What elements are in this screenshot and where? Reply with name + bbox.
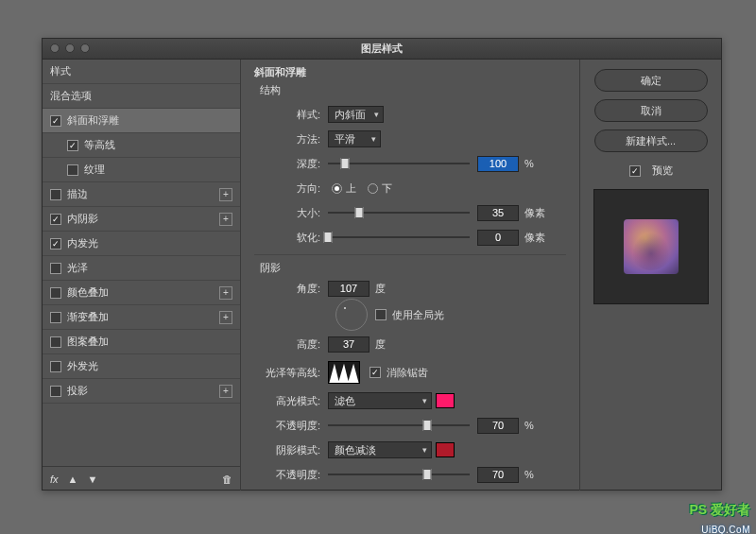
blend-options[interactable]: 混合选项 [43, 84, 240, 109]
angle-input[interactable]: 107 [328, 281, 369, 297]
checkbox[interactable] [50, 214, 61, 225]
layer-style-dialog: 图层样式 样式 混合选项 斜面和浮雕 等高线 纹理 描边+ 内阴影+ 内发光 光… [42, 38, 722, 491]
altitude-input[interactable]: 37 [328, 336, 369, 353]
soften-input[interactable]: 0 [477, 230, 519, 246]
shading-label: 阴影 [260, 261, 566, 275]
size-slider[interactable] [328, 206, 470, 219]
effect-bevel-emboss[interactable]: 斜面和浮雕 [43, 109, 240, 133]
soften-slider[interactable] [328, 231, 470, 244]
checkbox[interactable] [50, 386, 61, 397]
highlight-opacity-slider[interactable] [328, 419, 470, 432]
highlight-mode-select[interactable]: 滤色 [328, 392, 432, 409]
effect-outer-glow[interactable]: 外发光 [43, 354, 240, 379]
checkbox[interactable] [50, 312, 61, 323]
checkbox[interactable] [50, 115, 61, 127]
add-icon[interactable]: + [219, 385, 232, 398]
effect-gradient-overlay[interactable]: 渐变叠加+ [43, 305, 240, 330]
effect-satin[interactable]: 光泽 [43, 256, 240, 281]
effect-texture[interactable]: 纹理 [43, 158, 240, 182]
technique-select[interactable]: 平滑 [328, 130, 381, 147]
depth-slider[interactable] [328, 157, 470, 170]
add-icon[interactable]: + [219, 213, 232, 226]
arrow-up-icon[interactable]: ▲ [68, 474, 78, 485]
add-icon[interactable]: + [219, 311, 232, 324]
effects-sidebar: 样式 混合选项 斜面和浮雕 等高线 纹理 描边+ 内阴影+ 内发光 光泽 颜色叠… [43, 60, 241, 491]
direction-up-radio[interactable] [332, 183, 342, 194]
effect-drop-shadow[interactable]: 投影+ [43, 379, 240, 404]
shadow-opacity-input[interactable]: 70 [477, 467, 519, 483]
gloss-contour-picker[interactable] [328, 361, 360, 384]
ok-button[interactable]: 确定 [594, 69, 708, 92]
effect-inner-glow[interactable]: 内发光 [43, 232, 240, 256]
direction-down-radio[interactable] [368, 183, 378, 194]
global-light-checkbox[interactable] [375, 309, 387, 320]
watermark-url: UiBQ.CoM [701, 525, 750, 534]
shadow-opacity-slider[interactable] [328, 468, 470, 481]
arrow-down-icon[interactable]: ▼ [87, 474, 97, 485]
highlight-opacity-input[interactable]: 70 [477, 418, 519, 434]
checkbox[interactable] [67, 164, 78, 176]
add-icon[interactable]: + [219, 188, 232, 201]
titlebar: 图层样式 [43, 39, 721, 60]
cancel-button[interactable]: 取消 [594, 99, 708, 122]
effect-color-overlay[interactable]: 颜色叠加+ [43, 281, 240, 305]
effect-inner-shadow[interactable]: 内阴影+ [43, 207, 240, 232]
watermark-text: PS 爱好者 [689, 502, 750, 519]
shadow-color-swatch[interactable] [436, 442, 455, 457]
settings-panel: 斜面和浮雕 结构 样式:内斜面 方法:平滑 深度:100% 方向:上下 大小:3… [241, 60, 579, 491]
checkbox[interactable] [50, 287, 61, 299]
dialog-title: 图层样式 [361, 42, 403, 56]
effect-pattern-overlay[interactable]: 图案叠加 [43, 330, 240, 354]
effect-contour[interactable]: 等高线 [43, 133, 240, 158]
angle-dial[interactable] [335, 299, 368, 331]
window-controls[interactable] [50, 43, 90, 53]
checkbox[interactable] [50, 189, 61, 200]
fx-toolbar: fx ▲ ▼ 🗑 [43, 466, 240, 491]
highlight-color-swatch[interactable] [436, 393, 455, 408]
checkbox[interactable] [50, 263, 61, 274]
action-column: 确定 取消 新建样式... 预览 [579, 60, 721, 491]
trash-icon[interactable]: 🗑 [222, 474, 232, 485]
checkbox[interactable] [50, 336, 61, 348]
preview-thumbnail [593, 189, 709, 304]
style-select[interactable]: 内斜面 [328, 106, 384, 123]
checkbox[interactable] [50, 361, 61, 372]
shadow-mode-select[interactable]: 颜色减淡 [328, 441, 432, 458]
effect-stroke[interactable]: 描边+ [43, 182, 240, 207]
depth-input[interactable]: 100 [477, 156, 519, 172]
add-icon[interactable]: + [219, 286, 232, 300]
size-input[interactable]: 35 [477, 205, 519, 221]
fx-label[interactable]: fx [50, 474, 59, 485]
section-title: 斜面和浮雕 [254, 65, 566, 79]
structure-label: 结构 [260, 83, 566, 97]
antialias-checkbox[interactable] [369, 367, 381, 378]
checkbox[interactable] [67, 140, 78, 151]
new-style-button[interactable]: 新建样式... [594, 129, 708, 152]
styles-header[interactable]: 样式 [43, 60, 240, 84]
preview-checkbox[interactable] [629, 165, 641, 177]
checkbox[interactable] [50, 238, 61, 250]
